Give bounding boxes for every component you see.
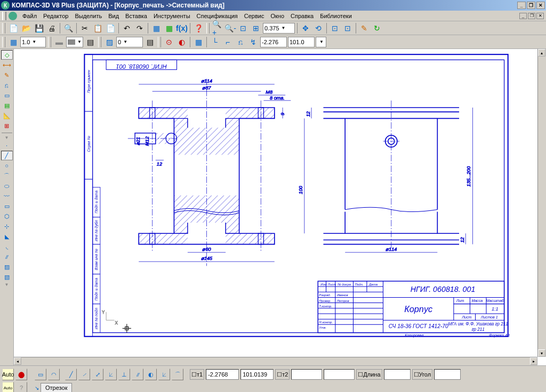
ortho-button[interactable]: ▦ — [192, 36, 204, 48]
stop-button[interactable]: ⬤ — [15, 369, 27, 380]
t2-x-field[interactable] — [291, 369, 322, 380]
redraw-button[interactable]: ✎ — [358, 22, 370, 34]
fillet-tool[interactable]: ◟ — [1, 242, 13, 251]
ellipse-tool[interactable]: ⬭ — [1, 181, 13, 191]
save-button[interactable]: 💾 — [33, 22, 45, 34]
region-tool[interactable]: ▧ — [1, 272, 13, 282]
layers-button[interactable]: ▤ — [84, 36, 96, 48]
zoom-next-button[interactable]: ⊡ — [342, 22, 354, 34]
line-type-3[interactable]: ⤢ — [92, 369, 103, 380]
copy-button[interactable]: 📋 — [92, 22, 103, 34]
grid-button[interactable]: ▦ — [7, 36, 19, 48]
snap-end-button[interactable]: ⊙ — [163, 36, 175, 48]
child-minimize-button[interactable]: _ — [519, 13, 527, 19]
assoc-panel-button[interactable]: ▤ — [1, 101, 13, 110]
line-type-7[interactable]: ◐ — [145, 369, 157, 380]
minimize-button[interactable]: _ — [517, 2, 526, 9]
geometry-panel-button[interactable]: ◇ — [1, 50, 13, 60]
coord-button[interactable]: ↯ — [247, 36, 259, 48]
auto-create-button[interactable]: Auto — [2, 369, 14, 380]
round-button[interactable]: ⌐ — [222, 36, 234, 48]
line-type-6[interactable]: ⫽ — [132, 369, 143, 380]
t1-lock[interactable]: ☐т1 — [190, 369, 204, 380]
horizontal-scrollbar[interactable]: ◂ ▸ — [14, 357, 537, 365]
circle-tool[interactable]: ○ — [1, 161, 13, 170]
preview-button[interactable]: 🔍 — [62, 22, 74, 34]
restore-button[interactable]: ❐ — [527, 2, 535, 9]
auto-button-2[interactable]: Auto — [2, 382, 14, 392]
t2-lock[interactable]: ☐т2 — [275, 369, 290, 380]
menu-insert[interactable]: Вставка — [122, 12, 150, 20]
select-panel-button[interactable]: ▭ — [1, 91, 13, 100]
measure-panel-button[interactable]: 📐 — [1, 111, 13, 120]
vertical-scrollbar[interactable]: ▴ ▾ — [537, 49, 546, 357]
line-type-5[interactable]: ⊥ — [118, 369, 130, 380]
polygon-tool[interactable]: ⬡ — [1, 211, 13, 221]
zoom-in-button[interactable]: 🔍+ — [212, 22, 223, 34]
menu-editor[interactable]: Редактор — [40, 12, 71, 20]
edit-panel-button[interactable]: ⎌ — [1, 80, 13, 90]
help-button[interactable]: ? — [15, 382, 27, 392]
zoom-out-button[interactable]: 🔍- — [224, 22, 236, 34]
aux-line-tool[interactable]: ⊹ — [1, 222, 13, 231]
text-panel-button[interactable]: ✎ — [1, 70, 13, 80]
toolbar-handle[interactable] — [158, 37, 161, 47]
cut-button[interactable]: ✂ — [79, 22, 91, 34]
zoom-window-button[interactable]: ⊡ — [237, 22, 249, 34]
zoom-combo[interactable]: 0.375▼ — [263, 23, 295, 34]
menu-service[interactable]: Сервис — [241, 12, 268, 20]
dim-button[interactable]: └ — [209, 36, 221, 48]
point-tool[interactable]: · — [1, 141, 13, 150]
t1-x-field[interactable]: -2.2768 — [206, 369, 239, 380]
angle-lock[interactable]: ☐Угол — [412, 369, 433, 380]
layer-manager-button[interactable]: ▤ — [144, 36, 156, 48]
spline-tool[interactable]: 〰 — [1, 191, 13, 201]
layer-num-combo[interactable]: 0▼ — [116, 37, 143, 47]
redo-button[interactable]: ↷ — [134, 22, 146, 34]
arc-tool[interactable]: ⌒ — [1, 171, 13, 181]
menu-window[interactable]: Окно — [267, 12, 287, 20]
toolbar-handle[interactable] — [2, 37, 5, 47]
line-type-9[interactable]: ⌒ — [172, 369, 183, 380]
manager-button[interactable]: ▦ — [163, 22, 175, 34]
menu-view[interactable]: Вид — [105, 12, 122, 20]
line-type-8[interactable]: ⟀ — [158, 369, 170, 380]
zoom-fit-button[interactable]: ⊞ — [250, 22, 262, 34]
layer-combo[interactable]: ▼ — [66, 37, 83, 47]
help-arrow-button[interactable]: ❓ — [192, 22, 204, 34]
toolbar-handle[interactable] — [206, 23, 210, 34]
toolbar-handle[interactable] — [98, 37, 101, 47]
menu-help[interactable]: Справка — [287, 12, 317, 20]
child-close-button[interactable]: ✕ — [536, 13, 544, 19]
undo-button[interactable]: ↶ — [121, 22, 133, 34]
menu-tools[interactable]: Инструменты — [150, 12, 194, 20]
refresh-button[interactable]: ↻ — [371, 22, 383, 34]
local-button[interactable]: ⎌ — [235, 36, 246, 48]
offset-tool[interactable]: ⫽ — [1, 252, 13, 262]
length-field[interactable] — [384, 369, 411, 380]
coord-dd[interactable]: ▼ — [316, 37, 326, 47]
dimensions-panel-button[interactable]: ⟷ — [1, 60, 13, 70]
coord-x-input[interactable] — [260, 37, 287, 47]
line-tool[interactable]: ╱ — [1, 151, 13, 160]
rect-tool[interactable]: ▭ — [1, 201, 13, 211]
open-button[interactable]: 📂 — [20, 22, 32, 34]
new-button[interactable]: 📄 — [7, 22, 19, 34]
rotate-button[interactable]: ⟲ — [312, 22, 324, 34]
menu-file[interactable]: Файл — [19, 12, 40, 20]
toolbar-handle[interactable] — [48, 37, 51, 47]
menu-select[interactable]: Выделить — [71, 12, 105, 20]
pan-button[interactable]: ✥ — [300, 22, 311, 34]
hatch-tool[interactable]: ▨ — [1, 262, 13, 272]
t2-y-field[interactable] — [324, 369, 355, 380]
t1-y-field[interactable]: 101.0139 — [240, 369, 274, 380]
child-restore-button[interactable]: ❐ — [528, 13, 535, 19]
line-type-2[interactable]: ⟋ — [78, 369, 90, 380]
style-arc-button[interactable]: ◠ — [48, 369, 60, 380]
layer-button[interactable]: ▬ — [53, 36, 65, 48]
hatch-button[interactable]: ▨ — [103, 36, 115, 48]
chamfer-tool[interactable]: ◣ — [1, 232, 13, 241]
angle-field[interactable] — [434, 369, 461, 380]
variables-button[interactable]: f(x) — [176, 22, 188, 34]
scale-combo[interactable]: 1.0▼ — [20, 37, 46, 47]
